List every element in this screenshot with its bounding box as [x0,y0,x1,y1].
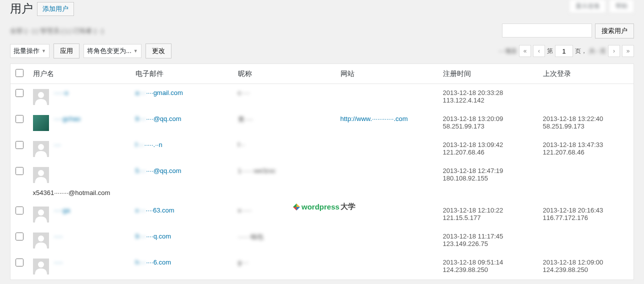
add-user-button[interactable]: 添加用户 [37,2,74,16]
row-checkbox[interactable] [16,167,24,175]
nickname-text: g···· [238,258,249,266]
row-checkbox[interactable] [16,232,24,240]
help-button[interactable]: 帮助 [609,0,634,13]
prev-page-button[interactable]: ‹ [533,45,545,57]
username-link[interactable]: ······o [54,89,68,96]
row-checkbox[interactable] [16,115,24,123]
username-link[interactable]: ····· [54,232,63,240]
col-website[interactable]: 网站 [336,64,438,84]
chevron-down-icon: ▼ [134,48,138,54]
page-input[interactable] [555,45,573,57]
row-checkbox[interactable] [16,89,24,97]
apply-button[interactable]: 应用 [54,44,80,58]
reg-time: 2013-12-18 12:10:22121.15.5.177 [438,202,538,228]
col-username[interactable]: 用户名 [28,64,130,84]
select-all-checkbox[interactable] [16,69,24,77]
avatar [33,141,49,157]
reg-time: 2013-12-18 09:51:14124.239.88.250 [438,254,538,280]
col-email[interactable]: 电子邮件 [130,64,233,84]
col-lastlogin[interactable]: 上次登录 [538,64,634,84]
last-page-button[interactable]: » [622,45,634,57]
table-row: x54361········@hotmail.com5········@qq.c… [10,162,634,202]
page-label-before: 第 [547,47,553,56]
avatar [33,89,49,105]
bulk-action-select[interactable]: 批量操作 ▼ [10,44,50,58]
svg-point-5 [38,170,44,176]
nickname-text: c····· [238,89,250,96]
table-row: ·····h········6.comg····2013-12-18 09:51… [10,254,634,280]
email-link[interactable]: h········6.com [136,258,172,266]
page-title: 用户 [10,1,33,16]
email-link[interactable]: x········63.com [136,206,174,214]
svg-point-7 [38,210,44,216]
row-checkbox[interactable] [16,141,24,149]
reg-time: 2013-12-18 13:20:0958.251.99.173 [438,110,538,136]
username-link[interactable]: ·····ga [54,206,70,214]
col-nickname[interactable]: 昵称 [233,64,336,84]
col-regtime[interactable]: 注册时间 [438,64,538,84]
watermark-text2: 大学 [340,202,356,212]
svg-point-1 [38,92,44,98]
username-link[interactable]: ···· [54,141,61,148]
website-link[interactable]: http://www.············.com [340,115,408,122]
login-time: 2013-12-18 13:47:33121.207.68.46 [538,136,634,162]
watermark: wordpress大学 [292,202,356,212]
email-link[interactable]: f·········.··n [136,141,162,148]
first-page-button[interactable]: « [519,45,531,57]
users-table: 用户名 电子邮件 昵称 网站 注册时间 上次登录 ······oa·······… [10,64,634,280]
row-checkbox[interactable] [16,206,24,214]
svg-point-9 [38,236,44,242]
items-count: ····项目 [498,47,517,56]
total-pages: 共···页 [589,47,606,56]
watermark-logo-icon [292,203,300,211]
change-role-label: 将角色变更为... [87,46,132,56]
svg-point-11 [38,262,44,268]
email-link[interactable]: 9········q.com [136,232,172,240]
login-time: 2013-12-18 12:09:00124.239.88.250 [538,254,634,280]
next-page-button[interactable]: › [608,45,620,57]
reg-time: 2013-12-18 12:47:19180.108.92.155 [438,162,538,202]
table-row: ····f·········.··nf···2013-12-18 13:09:4… [10,136,634,162]
reg-time: 2013-12-18 20:33:28113.122.4.142 [438,84,538,110]
email-link[interactable]: 9········@qq.com [136,115,182,122]
nickname-text: 1·······we3zxc [238,167,276,174]
username-extra: x54361········@hotmail.com [33,189,110,196]
nickname-text: 黄····· [238,116,254,123]
username-link[interactable]: ····· [54,258,63,266]
page-label-after: 页， [575,47,587,56]
avatar [33,258,49,274]
avatar [33,206,49,222]
email-link[interactable]: 5········@qq.com [136,167,182,174]
reg-time: 2013-12-18 11:17:45123.149.226.75 [438,228,538,254]
table-row: ·····gchao9········@qq.com黄·····http://w… [10,110,634,136]
email-link[interactable]: a········gmail.com [136,89,183,96]
search-button[interactable]: 搜索用户 [595,24,634,38]
change-button[interactable]: 更改 [146,44,172,58]
search-input[interactable] [502,24,592,38]
nickname-text: f··· [238,141,245,148]
watermark-text1: wordpress [302,202,340,211]
login-time: 2013-12-18 20:16:43116.77.172.176 [538,202,634,228]
login-time [538,162,634,202]
chevron-down-icon: ▼ [42,48,46,54]
svg-point-3 [38,144,44,150]
avatar [33,232,49,248]
nickname-text: x······ [238,206,252,214]
login-time [538,84,634,110]
bulk-action-label: 批量操作 [14,46,40,56]
username-link[interactable]: ·····gchao [54,115,80,122]
login-time [538,228,634,254]
reg-time: 2013-12-18 13:09:42121.207.68.46 [438,136,538,162]
screen-options-button[interactable]: 显示选项 [569,0,606,13]
login-time: 2013-12-18 13:22:4058.251.99.173 [538,110,634,136]
avatar [33,115,49,131]
row-checkbox[interactable] [16,258,24,266]
avatar [33,167,49,183]
filter-links[interactable]: 全部 (···) | 管理员 (·) | 订阅者 (···) [10,26,104,36]
table-row: ······oa········gmail.comc·····2013-12-1… [10,84,634,110]
table-row: ·····9········q.com·······钱包2013-12-18 1… [10,228,634,254]
change-role-select[interactable]: 将角色变更为... ▼ [84,44,142,58]
nickname-text: ·······钱包 [238,233,264,240]
